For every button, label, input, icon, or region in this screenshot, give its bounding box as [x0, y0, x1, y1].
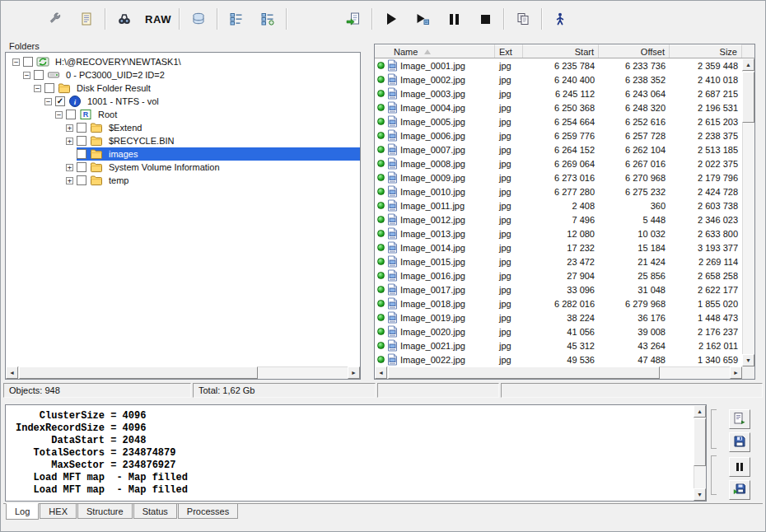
sector-map-button[interactable] — [252, 6, 283, 32]
tree-checkbox[interactable]: ✓ — [55, 96, 65, 106]
file-row[interactable]: Image_0010.jpgjpg6 277 2806 275 2322 424… — [375, 184, 742, 198]
data-map-button[interactable] — [221, 6, 252, 32]
file-row[interactable]: Image_0003.jpgjpg6 245 1126 243 0642 687… — [375, 86, 742, 100]
tree-item-selection-region[interactable]: images — [77, 147, 360, 161]
tree-item[interactable]: −0 - PC3000_UID=2 ID=2 — [6, 68, 360, 82]
processes-button[interactable] — [545, 6, 577, 32]
tab-status[interactable]: Status — [133, 504, 177, 519]
scrollbar-thumb[interactable] — [694, 418, 706, 466]
tree-item[interactable]: −H:\@RECOVERY\NEWTASK1\ — [6, 55, 360, 68]
start-button[interactable] — [376, 6, 407, 32]
tree-checkbox[interactable] — [44, 83, 54, 93]
tree-item-selection-region[interactable]: ✓i1001 - NTFS - vol — [55, 95, 360, 108]
tree-item-selection-region[interactable]: RRoot — [66, 108, 360, 121]
column-header-start[interactable]: Start — [523, 44, 599, 58]
scrollbar-up-button[interactable]: ▲ — [694, 405, 706, 418]
file-row[interactable]: Image_0014.jpgjpg17 23215 1843 193 377 — [375, 240, 742, 254]
column-header-name[interactable]: Name — [375, 44, 495, 58]
tree-item[interactable]: +$RECYCLE.BIN — [6, 134, 360, 147]
export-log-button[interactable] — [729, 409, 750, 429]
column-header-ext[interactable]: Ext — [495, 44, 523, 58]
tools-button[interactable] — [40, 6, 71, 32]
scrollbar-right-button[interactable]: ► — [730, 366, 742, 379]
log-vscrollbar[interactable]: ▲ ▼ — [694, 405, 706, 501]
tree-expander[interactable]: − — [34, 85, 41, 92]
tab-log[interactable]: Log — [6, 503, 39, 520]
tree-expander[interactable]: − — [44, 98, 52, 105]
scrollbar-thumb[interactable] — [19, 366, 258, 379]
tree-checkbox[interactable] — [66, 110, 76, 119]
file-row[interactable]: Image_0008.jpgjpg6 269 0646 267 0162 022… — [375, 156, 742, 170]
start-with-map-button[interactable] — [407, 6, 438, 32]
script-button[interactable] — [71, 6, 102, 32]
file-row[interactable]: Image_0007.jpgjpg6 264 1526 262 1042 513… — [375, 142, 742, 156]
scrollbar-left-button[interactable]: ◄ — [375, 366, 387, 379]
file-row[interactable]: Image_0011.jpgjpg2 4083602 603 738 — [375, 198, 742, 212]
file-row[interactable]: Image_0019.jpgjpg38 22436 1761 448 473 — [375, 310, 742, 324]
tree-expander[interactable]: + — [66, 138, 73, 145]
tree-item-selection-region[interactable]: temp — [77, 174, 360, 187]
scrollbar-thumb[interactable] — [388, 366, 660, 379]
file-row[interactable]: Image_0022.jpgjpg49 53647 4881 340 659 — [375, 352, 742, 366]
file-row[interactable]: Image_0004.jpgjpg6 250 3686 248 3202 196… — [375, 100, 742, 114]
tab-processes[interactable]: Processes — [178, 504, 238, 519]
tree-item-selection-region[interactable]: H:\@RECOVERY\NEWTASK1\ — [23, 55, 360, 68]
tree-checkbox[interactable] — [23, 57, 33, 67]
save-log-button[interactable] — [729, 432, 750, 452]
tab-hex[interactable]: HEX — [40, 504, 77, 519]
find-button[interactable] — [109, 6, 140, 32]
file-row[interactable]: Image_0018.jpgjpg6 282 0166 279 9681 855… — [375, 296, 742, 310]
tree-expander[interactable]: − — [12, 58, 20, 66]
tree-item[interactable]: −✓i1001 - NTFS - vol — [6, 95, 360, 108]
tree-item[interactable]: images — [6, 147, 360, 161]
scrollbar-up-button[interactable]: ▲ — [742, 58, 754, 71]
file-row[interactable]: Image_0017.jpgjpg33 09631 0482 622 177 — [375, 282, 742, 296]
scrollbar-thumb[interactable] — [742, 72, 754, 123]
export-disk-button[interactable] — [183, 6, 214, 32]
stop-button[interactable] — [469, 6, 501, 32]
scrollbar-left-button[interactable]: ◄ — [6, 366, 18, 379]
tree-item[interactable]: +System Volume Information — [6, 161, 360, 174]
copy-button[interactable] — [507, 6, 539, 32]
open-task-button[interactable] — [338, 6, 369, 32]
tree-checkbox[interactable] — [34, 70, 44, 80]
file-row[interactable]: Image_0021.jpgjpg45 31243 2642 162 011 — [375, 338, 742, 352]
tree-expander[interactable]: + — [66, 124, 73, 132]
file-row[interactable]: Image_0016.jpgjpg27 90425 8562 658 258 — [375, 268, 742, 282]
tree-checkbox[interactable] — [77, 175, 86, 185]
column-header-offset[interactable]: Offset — [599, 44, 670, 58]
file-list-hscrollbar[interactable]: ◄ ► — [375, 366, 742, 379]
tree-checkbox[interactable] — [77, 162, 86, 172]
scrollbar-down-button[interactable]: ▼ — [694, 488, 706, 501]
tree-checkbox[interactable] — [77, 136, 86, 146]
file-row[interactable]: Image_0002.jpgjpg6 240 4006 238 3522 410… — [375, 72, 742, 86]
raw-mode-button[interactable]: RAW — [140, 6, 176, 32]
save-to-disk-button[interactable] — [729, 480, 750, 500]
tree-item-selection-region[interactable]: $Extend — [77, 121, 360, 134]
tree-item-selection-region[interactable]: Disk Folder Result — [44, 82, 360, 95]
scrollbar-right-button[interactable]: ► — [348, 366, 360, 379]
tree-expander[interactable]: − — [23, 72, 30, 79]
file-row[interactable]: Image_0013.jpgjpg12 08010 0322 633 800 — [375, 226, 742, 240]
tree-expander[interactable]: + — [66, 177, 73, 184]
tree-item[interactable]: +$Extend — [6, 121, 360, 134]
scrollbar-down-button[interactable]: ▼ — [742, 354, 754, 366]
file-row[interactable]: Image_0005.jpgjpg6 254 6646 252 6162 615… — [375, 114, 742, 128]
tab-structure[interactable]: Structure — [77, 504, 133, 519]
column-header-size[interactable]: Size — [670, 44, 742, 58]
tree-item[interactable]: +temp — [6, 174, 360, 187]
tree-expander[interactable]: + — [66, 164, 73, 171]
file-row[interactable]: Image_0009.jpgjpg6 273 0166 270 9682 179… — [375, 170, 742, 184]
tree-item-selection-region[interactable]: $RECYCLE.BIN — [77, 134, 360, 147]
file-row[interactable]: Image_0015.jpgjpg23 47221 4242 269 114 — [375, 254, 742, 268]
pause-button[interactable] — [438, 6, 469, 32]
file-row[interactable]: Image_0012.jpgjpg7 4965 4482 346 023 — [375, 212, 742, 226]
folders-hscrollbar[interactable]: ◄ ► — [6, 366, 360, 379]
file-row[interactable]: Image_0001.jpgjpg6 235 7846 233 7362 359… — [375, 58, 742, 72]
tree-item-selection-region[interactable]: 0 - PC3000_UID=2 ID=2 — [34, 68, 360, 82]
tree-expander[interactable]: − — [55, 111, 63, 119]
file-list-vscrollbar[interactable]: ▲ ▼ — [742, 58, 754, 366]
file-row[interactable]: Image_0020.jpgjpg41 05639 0082 176 237 — [375, 324, 742, 338]
tree-checkbox[interactable] — [77, 149, 86, 159]
tree-item[interactable]: −RRoot — [6, 108, 360, 121]
